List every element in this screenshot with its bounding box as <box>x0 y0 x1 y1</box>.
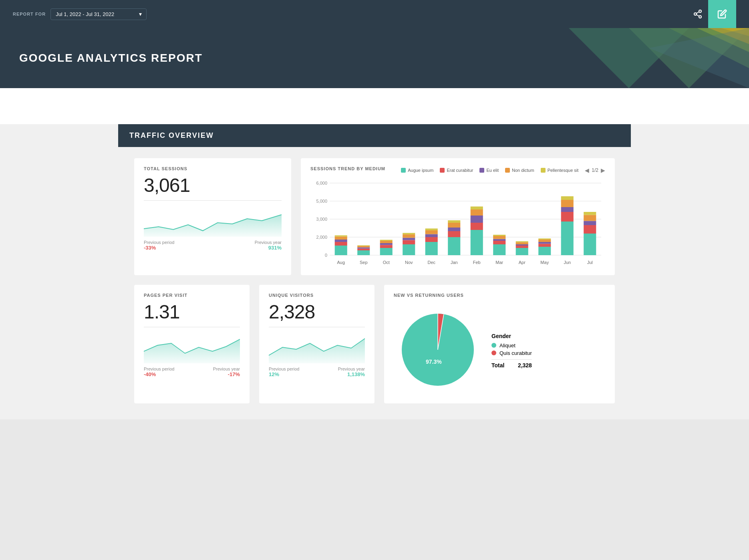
total-sessions-label: TOTAL SESSIONS <box>144 166 282 171</box>
svg-rect-50 <box>425 230 438 234</box>
svg-text:Aug: Aug <box>337 260 345 265</box>
svg-rect-78 <box>538 244 551 247</box>
svg-line-3 <box>697 15 699 16</box>
legend-dot-0 <box>401 168 406 173</box>
svg-text:Dec: Dec <box>427 260 435 265</box>
date-range-selector[interactable]: Jul 1, 2022 - Jul 31, 2022 <box>50 8 147 20</box>
pie-chart-svg: 97.3% <box>394 306 482 394</box>
svg-rect-37 <box>380 243 393 245</box>
svg-text:Jun: Jun <box>564 260 571 265</box>
svg-rect-26 <box>335 237 347 240</box>
metrics-top-row: TOTAL SESSIONS 3,061 <box>134 158 615 275</box>
uv-prev-year: Previous year 1,138% <box>338 367 365 377</box>
svg-text:5,000: 5,000 <box>316 199 327 203</box>
sessions-chart-svg <box>144 205 282 237</box>
ppv-prev-year-change: -17% <box>213 371 240 377</box>
svg-rect-77 <box>538 247 551 255</box>
svg-rect-44 <box>403 234 415 238</box>
svg-rect-61 <box>471 216 483 223</box>
pie-legend-dot-1 <box>491 351 496 355</box>
legend-dot-1 <box>440 168 445 173</box>
svg-rect-81 <box>538 238 551 240</box>
svg-rect-73 <box>516 244 528 246</box>
svg-rect-85 <box>561 207 574 212</box>
svg-text:3,000: 3,000 <box>316 217 327 222</box>
prev-year-change: 931% <box>255 245 282 251</box>
svg-text:Feb: Feb <box>473 260 481 265</box>
ppv-chart-svg <box>144 331 240 363</box>
svg-text:Apr: Apr <box>519 260 526 265</box>
unique-visitors-label: UNIQUE VISITORS <box>269 293 365 298</box>
svg-rect-57 <box>448 220 460 223</box>
pages-per-visit-card: PAGES PER VISIT 1.31 <box>134 285 250 403</box>
section-header: TRAFFIC OVERVIEW <box>118 124 631 147</box>
pie-total-label: Total <box>491 362 504 369</box>
svg-rect-75 <box>516 241 528 242</box>
svg-line-4 <box>697 12 699 14</box>
new-vs-returning-card: NEW VS RETURNING USERS <box>384 285 615 403</box>
pie-chart-container: 97.3% <box>394 306 482 395</box>
chart-next-button[interactable]: ▶ <box>601 167 605 173</box>
prev-year-label: Previous year <box>255 240 282 245</box>
uv-prev-year-label: Previous year <box>338 367 365 371</box>
legend-dot-3 <box>505 168 510 173</box>
svg-rect-87 <box>561 196 574 200</box>
legend-dot-2 <box>479 168 484 173</box>
legend-item-3: Non dictum <box>505 168 534 173</box>
prev-period-label: Previous period <box>144 240 174 245</box>
legend-item-1: Erat curabitur <box>440 168 473 173</box>
share-button[interactable] <box>687 0 708 28</box>
svg-rect-60 <box>471 223 483 230</box>
header-right <box>687 0 736 28</box>
ppv-prev-year: Previous year -17% <box>213 367 240 377</box>
chart-legend: Augue ipsum Erat curabitur Eu elit <box>401 168 578 173</box>
svg-rect-79 <box>538 242 551 244</box>
svg-rect-39 <box>380 240 393 241</box>
svg-text:May: May <box>540 260 549 265</box>
ppv-mini-chart <box>144 331 240 363</box>
total-sessions-value: 3,061 <box>144 174 282 196</box>
prev-period-change: -33% <box>144 245 174 251</box>
svg-rect-51 <box>425 228 438 230</box>
pie-legend-total: Total 2,328 <box>491 359 532 369</box>
svg-rect-56 <box>448 223 460 228</box>
legend-label-1: Erat curabitur <box>447 168 473 173</box>
svg-text:Mar: Mar <box>495 260 503 265</box>
svg-rect-53 <box>448 237 460 255</box>
svg-rect-89 <box>584 234 596 255</box>
svg-rect-29 <box>357 250 370 255</box>
svg-rect-41 <box>403 244 415 255</box>
unique-visitors-card: UNIQUE VISITORS 2,328 <box>259 285 374 403</box>
uv-chart-svg <box>269 331 365 363</box>
chart-nav: ◀ 1/2 ▶ <box>585 167 605 173</box>
legend-label-0: Augue ipsum <box>408 168 433 173</box>
traffic-overview-section: TRAFFIC OVERVIEW TOTAL SESSIONS 3,061 <box>118 124 631 403</box>
svg-rect-83 <box>561 222 574 255</box>
pie-legend-name-0: Aliquet <box>499 342 515 348</box>
sessions-divider <box>144 200 282 201</box>
svg-rect-69 <box>493 235 505 236</box>
svg-rect-59 <box>471 230 483 255</box>
ppv-prev-period-change: -40% <box>144 371 174 377</box>
legend-label-4: Pellentesque sit <box>548 168 579 173</box>
total-sessions-card: TOTAL SESSIONS 3,061 <box>134 158 291 275</box>
edit-icon <box>717 9 727 19</box>
chart-prev-button[interactable]: ◀ <box>585 167 589 173</box>
ppv-prev-period-label: Previous period <box>144 367 174 371</box>
banner-title: GOOGLE ANALYTICS REPORT <box>19 52 203 64</box>
legend-item-4: Pellentesque sit <box>541 168 579 173</box>
white-space <box>0 88 749 124</box>
pie-content: 97.3% Gender Aliquet Quis curabitur <box>394 306 605 395</box>
svg-rect-93 <box>584 212 596 215</box>
svg-rect-55 <box>448 228 460 231</box>
date-range-wrapper[interactable]: Jul 1, 2022 - Jul 31, 2022 <box>50 8 147 20</box>
legend-label-2: Eu elit <box>486 168 499 173</box>
svg-rect-31 <box>357 248 370 249</box>
edit-button[interactable] <box>708 0 736 28</box>
metrics-bottom-row: PAGES PER VISIT 1.31 <box>134 285 615 403</box>
pie-legend-item-1: Quis curabitur <box>491 350 532 356</box>
svg-text:2,000: 2,000 <box>316 235 327 240</box>
svg-rect-65 <box>493 244 505 255</box>
pie-legend-title: Gender <box>491 333 532 339</box>
svg-text:0: 0 <box>325 253 327 258</box>
